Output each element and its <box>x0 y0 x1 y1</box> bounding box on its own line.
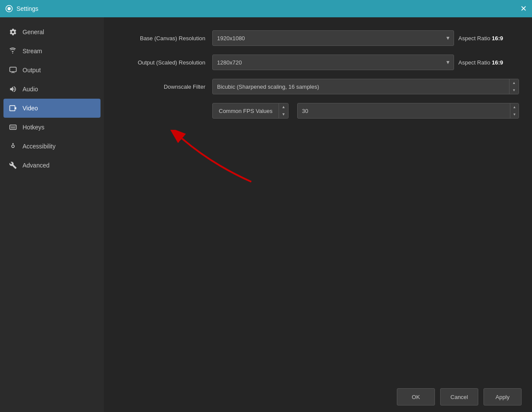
fps-value-down[interactable]: ▼ <box>510 111 519 118</box>
fps-value-arrows: ▲ ▼ <box>510 103 519 118</box>
sidebar-item-general[interactable]: General <box>0 23 104 42</box>
svg-rect-7 <box>14 126 15 127</box>
sidebar-item-hotkeys[interactable]: Hotkeys <box>0 118 104 137</box>
main-container: General Stream Output Audio <box>0 17 532 412</box>
svg-rect-2 <box>10 67 16 72</box>
downscale-filter-row: Downscale Filter Bicubic (Sharpened scal… <box>117 79 519 94</box>
sidebar-label-general: General <box>23 29 44 35</box>
downscale-filter-label: Downscale Filter <box>117 84 212 90</box>
close-button[interactable]: ✕ <box>520 5 527 13</box>
downscale-spinner-up[interactable]: ▲ <box>509 79 519 87</box>
sidebar-label-audio: Audio <box>23 86 38 93</box>
fps-toggle-down[interactable]: ▼ <box>279 111 288 118</box>
sidebar-item-advanced[interactable]: Advanced <box>0 156 104 175</box>
video-icon <box>9 104 17 113</box>
fps-value-up[interactable]: ▲ <box>510 103 519 111</box>
sidebar-label-hotkeys: Hotkeys <box>23 124 45 131</box>
base-resolution-select-wrapper: 1920x1080 ▼ <box>212 30 454 46</box>
sidebar-item-accessibility[interactable]: Accessibility <box>0 137 104 156</box>
output-resolution-aspect-ratio: Aspect Ratio 16:9 <box>458 59 519 66</box>
fps-value-wrapper: ▲ ▼ <box>297 103 519 119</box>
advanced-icon <box>9 161 17 170</box>
output-resolution-select[interactable]: 1280x720 <box>212 55 454 70</box>
content-area: Base (Canvas) Resolution 1920x1080 ▼ Asp… <box>104 17 532 412</box>
base-resolution-label: Base (Canvas) Resolution <box>117 35 212 42</box>
sidebar-item-video[interactable]: Video <box>3 99 101 118</box>
sidebar-item-output[interactable]: Output <box>0 61 104 80</box>
sidebar: General Stream Output Audio <box>0 17 104 412</box>
fps-toggle: Common FPS Values ▲ ▼ <box>212 103 289 119</box>
svg-rect-8 <box>11 128 16 129</box>
audio-icon <box>9 85 17 93</box>
hotkeys-icon <box>9 123 17 132</box>
sidebar-label-advanced: Advanced <box>23 162 49 169</box>
downscale-filter-select[interactable]: Bicubic (Sharpened scaling, 16 samples) <box>212 79 519 94</box>
fps-toggle-label: Common FPS Values <box>213 103 279 118</box>
window-title: Settings <box>16 5 39 12</box>
app-icon <box>5 5 13 13</box>
output-resolution-row: Output (Scaled) Resolution 1280x720 ▼ As… <box>117 55 519 70</box>
sidebar-label-output: Output <box>23 67 41 74</box>
fps-value-input[interactable] <box>297 103 519 119</box>
sidebar-item-stream[interactable]: Stream <box>0 42 104 61</box>
annotation-arrow <box>169 130 256 188</box>
ok-button[interactable]: OK <box>397 388 435 406</box>
output-resolution-group: 1280x720 ▼ Aspect Ratio 16:9 <box>212 55 519 70</box>
svg-rect-5 <box>11 126 12 127</box>
downscale-spinner-down[interactable]: ▼ <box>509 87 519 94</box>
base-resolution-row: Base (Canvas) Resolution 1920x1080 ▼ Asp… <box>117 30 519 46</box>
svg-rect-4 <box>10 125 16 130</box>
svg-point-1 <box>7 7 11 10</box>
base-resolution-aspect-ratio: Aspect Ratio 16:9 <box>458 35 519 42</box>
fps-row: Common FPS Values ▲ ▼ ▲ ▼ <box>117 103 519 119</box>
sidebar-label-accessibility: Accessibility <box>23 143 55 150</box>
sidebar-label-video: Video <box>23 105 38 112</box>
output-icon <box>9 66 17 74</box>
bottom-bar: OK Cancel Apply <box>104 382 532 412</box>
apply-button[interactable]: Apply <box>483 388 522 406</box>
fps-toggle-up[interactable]: ▲ <box>279 103 288 111</box>
gear-icon <box>9 28 17 36</box>
stream-icon <box>9 47 17 55</box>
svg-point-9 <box>13 143 14 145</box>
accessibility-icon <box>9 142 17 151</box>
downscale-filter-group: Bicubic (Sharpened scaling, 16 samples) … <box>212 79 519 94</box>
base-resolution-select[interactable]: 1920x1080 <box>212 30 454 46</box>
sidebar-label-stream: Stream <box>23 48 42 55</box>
output-resolution-label: Output (Scaled) Resolution <box>117 59 212 66</box>
downscale-select-wrapper: Bicubic (Sharpened scaling, 16 samples) … <box>212 79 519 94</box>
svg-rect-6 <box>13 126 14 127</box>
output-aspect-value: 16:9 <box>492 59 503 66</box>
output-resolution-select-wrapper: 1280x720 ▼ <box>212 55 454 70</box>
fps-toggle-arrows: ▲ ▼ <box>279 103 288 118</box>
sidebar-item-audio[interactable]: Audio <box>0 80 104 99</box>
base-resolution-group: 1920x1080 ▼ Aspect Ratio 16:9 <box>212 30 519 46</box>
cancel-button[interactable]: Cancel <box>440 388 478 406</box>
downscale-spinner: ▲ ▼ <box>509 79 519 94</box>
titlebar-left: Settings <box>5 5 39 13</box>
titlebar: Settings ✕ <box>0 0 532 17</box>
svg-rect-3 <box>10 106 15 111</box>
base-aspect-value: 16:9 <box>492 35 503 42</box>
